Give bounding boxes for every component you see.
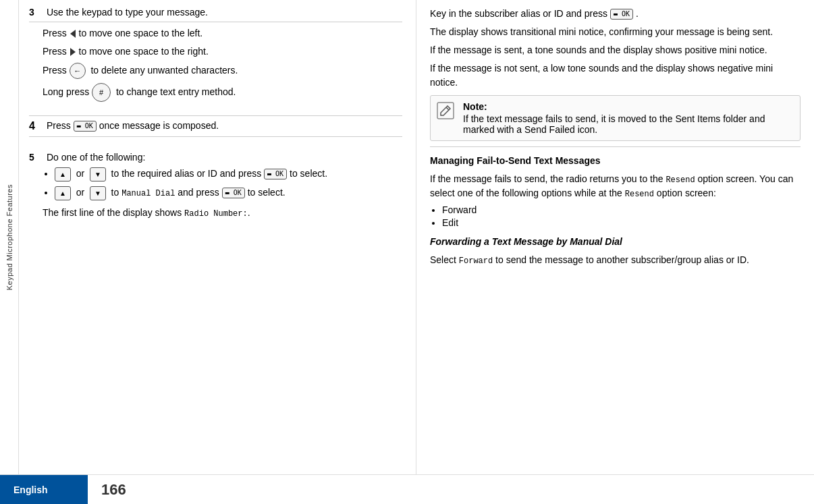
para1: The display shows transitional mini noti… [430, 25, 801, 39]
note-icon [436, 101, 458, 135]
note-box: Note: If the text message fails to send,… [430, 95, 801, 141]
svg-rect-0 [437, 103, 454, 119]
step4-divider [29, 136, 402, 137]
step3-block: 3 Use the keypad to type your message. P… [29, 7, 402, 110]
intro-para: Key in the subscriber alias or ID and pr… [430, 7, 801, 21]
back-delete-btn: ← [70, 63, 86, 79]
content-area: 3 Use the keypad to type your message. P… [19, 0, 814, 474]
resend-text1: Resend [666, 175, 695, 185]
step3-title: Use the keypad to type your message. [47, 7, 208, 18]
svg-line-1 [446, 107, 449, 110]
step3-sub1: Press to move one space to the left. [43, 26, 402, 40]
step4-number: 4 [29, 120, 43, 132]
managing-bullet1: Forward [442, 204, 801, 215]
arrow-down-btn: ▼ [90, 167, 106, 181]
resend-text2: Resend [625, 190, 654, 199]
step4-title: Press ▬ OK once message is composed. [47, 120, 219, 132]
step5-title: Do one of the following: [47, 152, 145, 163]
step5-bullet2: ▲ or ▼ to Manual Dial and press ▬ OK to … [55, 186, 402, 200]
note-title: Note: [463, 101, 794, 112]
managing-heading: Managing Fail-to-Send Text Messages [430, 154, 801, 168]
left-column: 3 Use the keypad to type your message. P… [19, 0, 416, 474]
forwarding-text: Select Forward to send the message to an… [430, 253, 801, 267]
sidebar-label: Keypad Microphone Features [5, 184, 13, 290]
arrow-left-icon [70, 30, 76, 38]
ok-btn-step4: ▬ OK [74, 121, 97, 132]
arrow-up-btn2: ▲ [55, 186, 71, 200]
page-wrapper: Keypad Microphone Features 3 Use the key… [0, 0, 814, 474]
footer-page-number: 166 [88, 475, 140, 504]
managing-divider [430, 146, 801, 147]
step5-row: 5 Do one of the following: [29, 152, 402, 163]
step5-number: 5 [29, 152, 43, 163]
para3: If the message is not sent, a low tone s… [430, 61, 801, 90]
arrow-down-btn2: ▼ [90, 186, 106, 200]
footer: English 166 [0, 474, 814, 504]
hash-btn: # [92, 83, 111, 102]
step5-bullet1: ▲ or ▼ to the required alias or ID and p… [55, 167, 402, 181]
forward-text: Forward [459, 256, 493, 266]
pencil-note-icon [436, 101, 455, 120]
note-body: If the text message fails to send, it is… [463, 113, 765, 135]
managing-bullet-list: Forward Edit [442, 204, 801, 228]
ok-btn-right: ▬ OK [610, 9, 633, 20]
note-content: Note: If the text message fails to send,… [463, 101, 794, 135]
forwarding-heading: Forwarding a Text Message by Manual Dial [430, 235, 801, 249]
radio-number-text: Radio Number: [184, 209, 248, 219]
right-text: Key in the subscriber alias or ID and pr… [430, 7, 801, 267]
managing-text: If the message fails to send, the radio … [430, 172, 801, 200]
step3-sub3: Press ← to delete any unwanted character… [43, 63, 402, 79]
step4-block: 4 Press ▬ OK once message is composed. [29, 115, 402, 146]
display-note: The first line of the display shows Radi… [43, 206, 402, 220]
ok-btn-b1: ▬ OK [264, 169, 287, 179]
step3-number: 3 [29, 7, 43, 18]
para2: If the message is sent, a tone sounds an… [430, 43, 801, 57]
step5-bullets: ▲ or ▼ to the required alias or ID and p… [43, 167, 402, 220]
step3-row: 3 Use the keypad to type your message. [29, 7, 402, 18]
step3-divider [29, 22, 402, 22]
step3-sub2: Press to move one space to the right. [43, 45, 402, 59]
right-column: Key in the subscriber alias or ID and pr… [416, 0, 814, 474]
arrow-right-icon [70, 48, 76, 56]
step5-block: 5 Do one of the following: ▲ or ▼ to the… [29, 152, 402, 228]
manual-dial-text: Manual Dial [121, 189, 175, 198]
sidebar: Keypad Microphone Features [0, 0, 19, 474]
arrow-up-btn: ▲ [55, 167, 71, 181]
managing-bullet2: Edit [442, 217, 801, 228]
ok-btn-b2: ▬ OK [222, 188, 245, 198]
step4-row: 4 Press ▬ OK once message is composed. [29, 120, 402, 132]
footer-language: English [0, 475, 88, 504]
step3-sub4: Long press # to change text entry method… [43, 83, 402, 102]
step5-bullet-list: ▲ or ▼ to the required alias or ID and p… [55, 167, 402, 200]
